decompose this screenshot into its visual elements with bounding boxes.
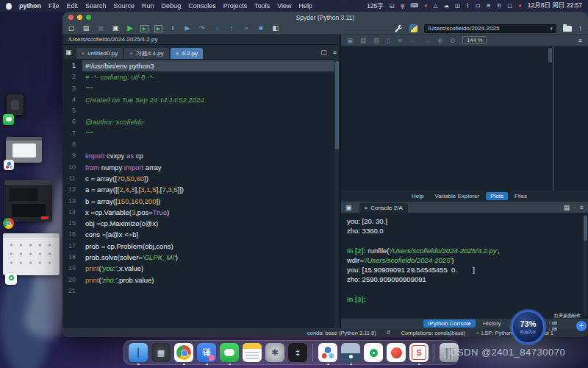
close-icon[interactable]: ×: [129, 50, 133, 57]
browse-directory-icon[interactable]: [563, 26, 572, 32]
continue-icon[interactable]: »: [242, 24, 251, 32]
close-icon[interactable]: ×: [82, 50, 85, 57]
menu-item-run[interactable]: Run: [142, 2, 154, 10]
record-icon[interactable]: ●: [424, 3, 428, 9]
tab-plots[interactable]: Plots: [486, 192, 508, 200]
window-thumbnail-dialog[interactable]: [6, 137, 42, 163]
plot-previous-icon[interactable]: ←: [410, 37, 417, 44]
dock-stamp[interactable]: S: [409, 343, 429, 362]
menu-item-edit[interactable]: Edit: [67, 2, 79, 10]
code-editor[interactable]: 1#!/usr/bin/env python32# -*- codiarng: …: [62, 59, 340, 328]
step-into-icon[interactable]: ↓: [212, 24, 221, 32]
title-bar[interactable]: Spyder (Python 3.11): [62, 12, 588, 23]
step-over-icon[interactable]: ↷: [198, 24, 207, 32]
plot-canvas[interactable]: [341, 46, 553, 191]
tab-files[interactable]: Files: [510, 192, 531, 200]
dock-apple[interactable]: [387, 343, 406, 362]
maximize-pane-icon[interactable]: ◧: [271, 24, 280, 32]
tab-variable-explorer[interactable]: Variable Explorer: [430, 192, 484, 200]
parent-directory-icon[interactable]: ↑: [578, 24, 582, 32]
cloud-icon[interactable]: ☁: [443, 3, 449, 9]
python-logo-icon[interactable]: [409, 24, 417, 32]
tab-ipython-console[interactable]: IPython Console: [423, 319, 476, 328]
window-thumbnail-grid[interactable]: [3, 233, 60, 275]
menu-item-source[interactable]: Source: [114, 2, 135, 10]
close-icon[interactable]: ×: [176, 50, 179, 57]
step-out-icon[interactable]: ↑: [227, 24, 236, 32]
menu-item-tools[interactable]: Tools: [254, 2, 270, 10]
open-file-icon[interactable]: ▤: [82, 24, 90, 32]
plot-copy-icon[interactable]: ▥: [373, 37, 379, 44]
browse-tabs-icon[interactable]: ▣: [65, 49, 72, 56]
menu-item-view[interactable]: View: [277, 2, 291, 10]
input-method-indicator[interactable]: 125字: [367, 3, 384, 10]
dock-finder[interactable]: [129, 343, 148, 362]
editor-options-icon[interactable]: ≡: [333, 49, 337, 56]
editor-tab-4.2.py[interactable]: ×4.2.py: [171, 48, 203, 59]
apple-menu-icon[interactable]: [6, 3, 12, 10]
run-file-icon[interactable]: ▶: [126, 24, 135, 32]
shapes-icon[interactable]: △: [434, 3, 438, 9]
memory-cleaner-ball[interactable]: 73% 释放内存: [511, 310, 545, 344]
menu-item-debug[interactable]: Debug: [162, 2, 182, 10]
dock-notes[interactable]: [243, 343, 262, 362]
display-icon[interactable]: ▢: [507, 3, 512, 9]
stop-debug-icon[interactable]: ■: [257, 24, 265, 32]
menu-item-search[interactable]: Search: [85, 2, 107, 10]
dock-keychain[interactable]: ‡: [288, 343, 307, 362]
plot-thumbnails-column[interactable]: [554, 46, 588, 191]
split-editor-icon[interactable]: ▢: [320, 49, 327, 56]
add-widget-button[interactable]: +: [576, 321, 587, 331]
battery-icon[interactable]: ▭: [476, 3, 481, 9]
dock-preview[interactable]: [341, 343, 360, 362]
window-split-icon[interactable]: ◫: [455, 3, 460, 9]
menu-item-file[interactable]: File: [49, 2, 60, 10]
screenshot-icon[interactable]: ◱: [390, 3, 395, 9]
plot-save-icon[interactable]: ▣: [347, 37, 353, 44]
run-cell-advance-icon[interactable]: ▶: [154, 25, 162, 32]
dock-chrome[interactable]: [174, 343, 193, 362]
plot-remove-all-icon[interactable]: ✕: [398, 37, 403, 44]
console-options-icon[interactable]: ≡: [580, 204, 584, 211]
plot-zoom-out-icon[interactable]: ⊖: [450, 37, 455, 44]
mic-icon[interactable]: ψ: [401, 3, 404, 9]
console-output[interactable]: you: [20. 30.]zho: 3360.0 In [2]: runfil…: [341, 213, 588, 319]
save-all-icon[interactable]: ▣: [111, 24, 120, 32]
close-icon[interactable]: ×: [365, 205, 368, 211]
menu-item-consoles[interactable]: Consoles: [188, 2, 216, 10]
browse-consoles-icon[interactable]: ▣: [345, 204, 352, 211]
dock-translate[interactable]: 译: [197, 343, 216, 362]
window-thumbnail-browser[interactable]: [4, 180, 52, 222]
plot-next-icon[interactable]: →: [423, 37, 430, 44]
menu-item-help[interactable]: Help: [299, 2, 313, 10]
wifi-icon[interactable]: ≋: [487, 3, 491, 9]
editor-tab-习题4.4.py[interactable]: ×习题4.4.py: [124, 48, 168, 59]
dock-cloudapp[interactable]: [318, 343, 337, 362]
console-tab[interactable]: × Console 2/A: [359, 203, 408, 213]
app-menu[interactable]: python: [19, 2, 41, 10]
debug-file-icon[interactable]: ▶: [183, 24, 192, 32]
tab-help[interactable]: Help: [407, 192, 428, 200]
run-selection-icon[interactable]: I: [168, 24, 177, 32]
plots-scrollbar[interactable]: [548, 48, 552, 63]
editor-scrollbar[interactable]: [334, 59, 340, 328]
tab-history[interactable]: History: [478, 319, 506, 328]
bluetooth-icon[interactable]: ᛒ: [466, 3, 470, 9]
tools-wrench-icon[interactable]: [395, 24, 403, 32]
menu-item-projects[interactable]: Projects: [223, 2, 248, 10]
keyboard-icon[interactable]: ⌨: [410, 3, 418, 9]
plots-zoom-level[interactable]: 144 %: [462, 36, 487, 44]
plot-zoom-in-icon[interactable]: ⊕: [437, 37, 442, 44]
working-directory-combobox[interactable]: /Users/scofieldo/2024-2025 ▾: [424, 24, 556, 33]
plots-options-icon[interactable]: ≡: [578, 37, 582, 44]
dock-wechat[interactable]: [220, 343, 239, 362]
plot-save-all-icon[interactable]: ▤: [360, 37, 366, 44]
new-file-icon[interactable]: ▢: [67, 24, 76, 32]
plot-remove-icon[interactable]: ▯: [387, 37, 390, 44]
dock-launchpad[interactable]: ▦: [151, 343, 171, 362]
dock-settings[interactable]: ✱: [265, 343, 284, 362]
run-cell-icon[interactable]: ▶: [140, 25, 148, 32]
console-scrollbar[interactable]: [584, 215, 587, 316]
dock-greenring[interactable]: [364, 343, 383, 362]
save-icon[interactable]: ▣: [96, 24, 105, 32]
